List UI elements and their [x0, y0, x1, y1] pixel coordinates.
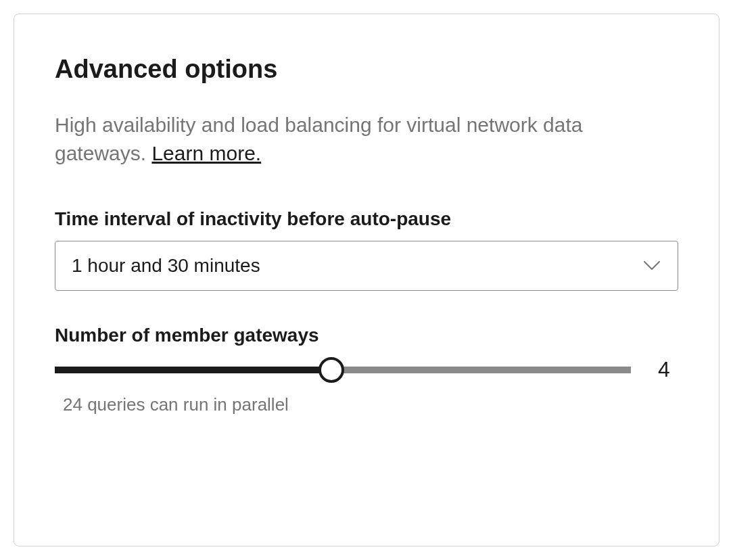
learn-more-link[interactable]: Learn more. [151, 142, 261, 164]
member-gateways-slider[interactable] [55, 367, 631, 373]
slider-thumb[interactable] [318, 357, 344, 383]
member-gateways-field: Number of member gateways 4 24 queries c… [55, 325, 678, 415]
time-interval-field: Time interval of inactivity before auto-… [55, 208, 678, 291]
time-interval-selected-value: 1 hour and 30 minutes [72, 255, 642, 277]
slider-fill [55, 367, 331, 373]
panel-description: High availability and load balancing for… [55, 111, 678, 168]
description-text: High availability and load balancing for… [55, 114, 582, 164]
panel-title: Advanced options [55, 55, 678, 84]
member-gateways-label: Number of member gateways [55, 325, 678, 346]
advanced-options-panel: Advanced options High availability and l… [14, 14, 719, 546]
time-interval-dropdown[interactable]: 1 hour and 30 minutes [55, 241, 678, 291]
chevron-down-icon [642, 256, 661, 275]
member-gateways-help-text: 24 queries can run in parallel [63, 394, 678, 415]
member-gateways-slider-row: 4 [55, 357, 678, 382]
member-gateways-value: 4 [658, 357, 678, 382]
time-interval-label: Time interval of inactivity before auto-… [55, 208, 678, 230]
